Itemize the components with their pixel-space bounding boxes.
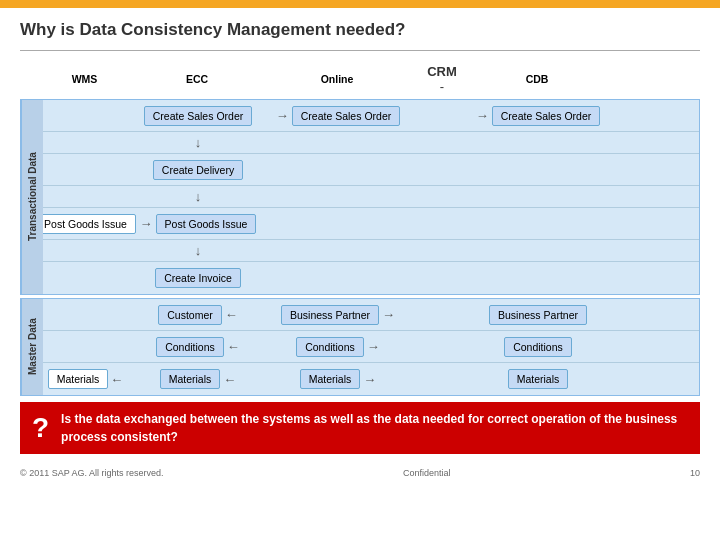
cell-online-delivery: [268, 167, 408, 173]
box-online-create-so: Create Sales Order: [292, 106, 400, 126]
question-text: Is the data exchanged between the system…: [61, 410, 688, 446]
cell-cdb-customer: Business Partner: [478, 302, 598, 328]
cell-ecc-create-so: Create Sales Order: [128, 103, 268, 129]
cell-ecc-pgi: → Post Goods Issue: [128, 211, 268, 237]
column-headers: WMS ECC Online CRM - CDB: [20, 61, 700, 97]
cell-wms-pgi: Post Goods Issue: [43, 211, 128, 237]
arrow-wms-materials-left: ←: [110, 372, 123, 387]
cell-cdb-conditions: Conditions: [478, 334, 598, 360]
table-row-invoice: Create Invoice: [43, 262, 699, 294]
question-section: ? Is the data exchanged between the syst…: [20, 402, 700, 454]
cell-cdb-materials: Materials: [478, 366, 598, 392]
top-orange-bar: [0, 0, 720, 8]
box-ecc-create-so: Create Sales Order: [144, 106, 252, 126]
cell-wms-delivery: [43, 167, 128, 173]
arrow-ecc-to-online: →: [276, 108, 289, 123]
box-cdb-materials: Materials: [508, 369, 569, 389]
cell-wms-create-so: [43, 113, 128, 119]
cell-online-customer: Business Partner →: [268, 302, 408, 328]
box-ecc-materials: Materials: [160, 369, 221, 389]
arrow-wms-to-ecc: →: [140, 216, 153, 231]
table-row-arrow-down: ↓: [43, 132, 699, 154]
section-master: Master Data Customer ← Business Partner …: [20, 298, 700, 396]
table-row: Create Sales Order → Create Sales Order …: [43, 100, 699, 132]
cell-crm-delivery: [408, 167, 478, 173]
cell-online-pgi: [268, 221, 408, 227]
box-cdb-customer: Business Partner: [489, 305, 587, 325]
cell-crm-pgi: [408, 221, 478, 227]
cell-cdb-delivery: [478, 167, 598, 173]
section-transactional-body: Create Sales Order → Create Sales Order …: [43, 100, 699, 294]
slide-content: Why is Data Consistency Management neede…: [0, 8, 720, 462]
arrow-ecc-materials-left: ←: [223, 372, 236, 387]
col-header-crm: CRM -: [407, 61, 477, 97]
box-ecc-delivery: Create Delivery: [153, 160, 243, 180]
col-header-wms: WMS: [42, 61, 127, 97]
box-ecc-invoice: Create Invoice: [155, 268, 241, 288]
cell-cdb-pgi: [478, 221, 598, 227]
col-header-online: Online: [267, 61, 407, 97]
cell-wms-invoice: [43, 275, 128, 281]
table-row-arrow-down-2: ↓: [43, 186, 699, 208]
divider: [20, 50, 700, 51]
arrow-down-3: ↓: [195, 243, 202, 258]
arrow-online-to-cdb: →: [476, 108, 489, 123]
page-number: 10: [690, 468, 700, 478]
table-row-delivery: Create Delivery: [43, 154, 699, 186]
arrow-down-1: ↓: [195, 135, 202, 150]
cell-wms-materials: Materials ←: [43, 366, 128, 392]
cell-cdb-create-so: → Create Sales Order: [478, 103, 598, 129]
section-master-body: Customer ← Business Partner → Business P…: [43, 299, 699, 395]
arrow-ecc-customer-left: ←: [225, 307, 238, 322]
box-online-conditions: Conditions: [296, 337, 364, 357]
box-ecc-customer: Customer: [158, 305, 222, 325]
table-row-customer: Customer ← Business Partner → Business P…: [43, 299, 699, 331]
table-row-materials: Materials ← Materials ← Materials → Mate…: [43, 363, 699, 395]
cell-ecc-customer: Customer ←: [128, 302, 268, 328]
box-ecc-conditions: Conditions: [156, 337, 224, 357]
cell-ecc-invoice: Create Invoice: [128, 265, 268, 291]
arrow-online-customer-right: →: [382, 307, 395, 322]
section-master-label: Master Data: [21, 299, 43, 395]
box-ecc-pgi: Post Goods Issue: [156, 214, 257, 234]
arrow-online-materials-right: →: [363, 372, 376, 387]
slide-title: Why is Data Consistency Management neede…: [20, 20, 700, 40]
footer: © 2011 SAP AG. All rights reserved. Conf…: [0, 462, 720, 482]
cell-ecc-materials: Materials ←: [128, 366, 268, 392]
box-online-materials: Materials: [300, 369, 361, 389]
copyright-text: © 2011 SAP AG. All rights reserved.: [20, 468, 164, 478]
cell-wms-conditions: [43, 344, 128, 350]
cell-online-materials: Materials →: [268, 366, 408, 392]
cell-crm-create-so: [408, 113, 478, 119]
box-cdb-create-so: Create Sales Order: [492, 106, 600, 126]
cell-wms-customer: [43, 312, 128, 318]
cell-ecc-conditions: Conditions ←: [128, 334, 268, 360]
cell-ecc-delivery: Create Delivery: [128, 157, 268, 183]
cell-crm-materials: [408, 376, 478, 382]
box-online-customer: Business Partner: [281, 305, 379, 325]
confidential-text: Confidential: [403, 468, 451, 478]
cell-crm-customer: [408, 312, 478, 318]
box-cdb-conditions: Conditions: [504, 337, 572, 357]
cell-crm-conditions: [408, 344, 478, 350]
table-row-arrow-down-3: ↓: [43, 240, 699, 262]
question-mark: ?: [32, 412, 49, 444]
arrow-down-2: ↓: [195, 189, 202, 204]
cell-crm-invoice: [408, 275, 478, 281]
section-transactional: Transactional Data Create Sales Order → …: [20, 99, 700, 295]
cell-online-invoice: [268, 275, 408, 281]
arrow-ecc-conditions-left: ←: [227, 339, 240, 354]
box-wms-pgi: Post Goods Issue: [35, 214, 136, 234]
col-header-cdb: CDB: [477, 61, 597, 97]
cell-online-conditions: Conditions →: [268, 334, 408, 360]
cell-cdb-invoice: [478, 275, 598, 281]
box-wms-materials: Materials: [48, 369, 109, 389]
table-row-pgi: Post Goods Issue → Post Goods Issue: [43, 208, 699, 240]
col-header-ecc: ECC: [127, 61, 267, 97]
table-row-conditions: Conditions ← Conditions → Conditions: [43, 331, 699, 363]
section-transactional-label: Transactional Data: [21, 100, 43, 294]
arrow-online-conditions-right: →: [367, 339, 380, 354]
cell-online-create-so: → Create Sales Order: [268, 103, 408, 129]
